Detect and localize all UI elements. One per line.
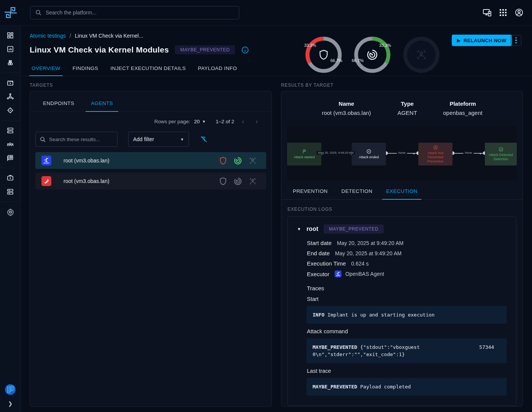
results-section-label: RESULTS BY TARGET <box>281 83 523 88</box>
search-icon <box>35 9 42 16</box>
sidebar-item-attack-graph[interactable] <box>3 90 17 103</box>
status-badge: MAYBE_PREVENTED <box>175 45 235 54</box>
sidebar-item-settings[interactable] <box>3 205 17 219</box>
log-agent-name: root <box>306 226 318 232</box>
detection-segment-pct: 33.3% <box>379 43 391 48</box>
sidebar: ❯ <box>0 25 21 412</box>
field-label: Start date <box>307 240 332 246</box>
platform-search[interactable] <box>30 6 239 19</box>
page-header: Atomic testings / Linux VM Check via Ker… <box>21 25 532 76</box>
node-attack-not-prevented[interactable]: Attack Not PreventedPrevention <box>418 143 453 165</box>
relaunch-now-button[interactable]: ▶ RELAUNCH NOW <box>452 35 512 46</box>
log-status-badge: MAYBE_PREVENTED <box>324 224 384 234</box>
field-label: Executor <box>307 271 329 277</box>
execution-log-card: ▼ root MAYBE_PREVENTED Start dateMay 20,… <box>287 216 516 406</box>
detection-check-icon <box>499 147 503 152</box>
search-input[interactable] <box>46 10 234 16</box>
detection-remainder-pct: 66.7% <box>352 58 364 63</box>
col-name-value: root (vm3.obas.lan) <box>322 110 371 116</box>
attack-command-log: MAYBE_PREVENTED {"stdout":"vboxguest 573… <box>306 338 507 363</box>
agent-row-openbas[interactable]: AGENT root (vm3.obas.lan) <box>35 152 266 169</box>
rows-per-page-select[interactable]: 20 ▼ <box>194 119 206 124</box>
target-icon <box>366 149 372 154</box>
tab-agents[interactable]: AGENTS <box>83 96 121 111</box>
breadcrumb-current: Linux VM Check via Kernel... <box>75 33 143 39</box>
attack-command-label: Attack command <box>307 328 507 334</box>
vertical-dots-icon <box>515 37 517 44</box>
tab-findings[interactable]: FINDINGS <box>67 62 105 76</box>
sidebar-item-payloads[interactable] <box>3 171 17 185</box>
sidebar-item-components[interactable] <box>3 185 17 199</box>
apps-grid-icon[interactable] <box>499 8 508 17</box>
breadcrumb: Atomic testings / Linux VM Check via Ker… <box>30 33 143 39</box>
node-attack-ended[interactable]: Attack ended <box>352 143 386 165</box>
field-label: Execution Time <box>307 260 346 267</box>
openbas-agent-icon: AGENT <box>335 270 341 277</box>
rows-per-page-label: Rows per page: <box>154 119 191 124</box>
add-filter-select[interactable]: Add filter ▼ <box>128 132 189 147</box>
tab-payload-info[interactable]: PAYLOAD INFO <box>192 62 243 76</box>
field-value: May 20, 2025 at 9:49:20 AM <box>337 240 403 246</box>
sidebar-item-teams[interactable] <box>3 137 17 151</box>
attack-timeline: ▸▸▸ May 20, 2025, 9:49:20 AM None None A… <box>287 126 517 181</box>
openbas-logo[interactable] <box>0 6 21 19</box>
sidebar-item-dashboard[interactable] <box>3 29 17 42</box>
account-circle-icon[interactable] <box>515 8 524 17</box>
tab-overview[interactable]: OVERVIEW <box>25 62 67 76</box>
timeline-edge-none: None <box>397 151 407 154</box>
prevention-score-donut <box>305 37 342 73</box>
breadcrumb-parent-link[interactable]: Atomic testings <box>30 33 66 39</box>
human-sensor-icon <box>248 156 257 165</box>
node-attack-detected[interactable]: Attack DetectedDetection <box>485 143 517 165</box>
tab-inject-execution-details[interactable]: INJECT EXECUTION DETAILS <box>104 62 192 76</box>
tab-endpoints[interactable]: ENDPOINTS <box>35 96 83 111</box>
tab-prevention[interactable]: PREVENTION <box>286 184 335 199</box>
screen-share-icon[interactable] <box>483 8 492 17</box>
traces-title: Traces <box>307 285 507 291</box>
targets-section-label: TARGETS <box>30 83 272 88</box>
sidebar-item-channels[interactable] <box>3 151 17 165</box>
tab-detection[interactable]: DETECTION <box>335 184 380 199</box>
col-type-header: Type <box>401 100 414 107</box>
sidebar-item-investigate[interactable] <box>3 56 17 70</box>
field-value: May 20, 2025 at 9:49:20 AM <box>335 250 402 256</box>
results-search-input[interactable] <box>49 137 113 142</box>
executor-name: OpenBAS Agent <box>345 271 384 277</box>
sidebar-expand-chevron[interactable]: ❯ <box>8 401 13 407</box>
targets-card: ENDPOINTS AGENTS Rows per page: 20 ▼ 1–2… <box>30 91 272 407</box>
clear-filters-icon[interactable] <box>200 135 208 143</box>
more-options-button[interactable] <box>511 35 521 46</box>
col-type-value: AGENT <box>397 110 417 116</box>
prev-page-button[interactable]: ‹ <box>238 116 248 126</box>
next-page-button[interactable]: › <box>252 116 262 126</box>
radar-icon <box>366 49 378 61</box>
sidebar-item-scenarios[interactable] <box>3 76 17 90</box>
sidebar-item-assets[interactable] <box>3 124 17 137</box>
human-sensor-icon <box>415 48 428 61</box>
agent-row-caldera[interactable]: root (vm3.obas.lan) <box>35 173 266 189</box>
human-response-donut-disabled <box>403 37 440 73</box>
targets-tabs: ENDPOINTS AGENTS <box>30 91 272 112</box>
prevention-shield-icon <box>219 156 227 165</box>
agent-name: root (vm3.obas.lan) <box>64 157 110 164</box>
start-trace-log: INFO Implant is up and starting executio… <box>306 306 507 324</box>
prevention-segment-pct: 33.3% <box>304 43 316 48</box>
human-sensor-icon <box>248 177 257 186</box>
play-icon: ▶ <box>457 38 461 43</box>
prevention-remainder-pct: 66.7% <box>330 58 342 63</box>
last-trace-label: Last trace <box>307 368 507 374</box>
info-icon[interactable] <box>241 46 249 54</box>
sidebar-item-atomic-testing[interactable] <box>3 103 17 117</box>
results-search[interactable] <box>35 132 118 147</box>
agent-name: root (vm3.obas.lan) <box>64 178 110 184</box>
sidebar-item-analytics[interactable] <box>3 42 17 56</box>
field-value: 0.624 s <box>351 261 369 267</box>
results-card: Name Type Plateform root (vm3.obas.lan) … <box>281 91 523 407</box>
filigran-logo <box>5 384 16 395</box>
trace-start-label: Start <box>307 296 507 302</box>
tab-execution[interactable]: EXECUTION <box>379 184 424 199</box>
search-icon <box>40 136 46 143</box>
collapse-triangle-icon[interactable]: ▼ <box>297 227 301 231</box>
caret-down-icon: ▼ <box>202 119 206 124</box>
detection-radar-icon <box>233 177 242 186</box>
